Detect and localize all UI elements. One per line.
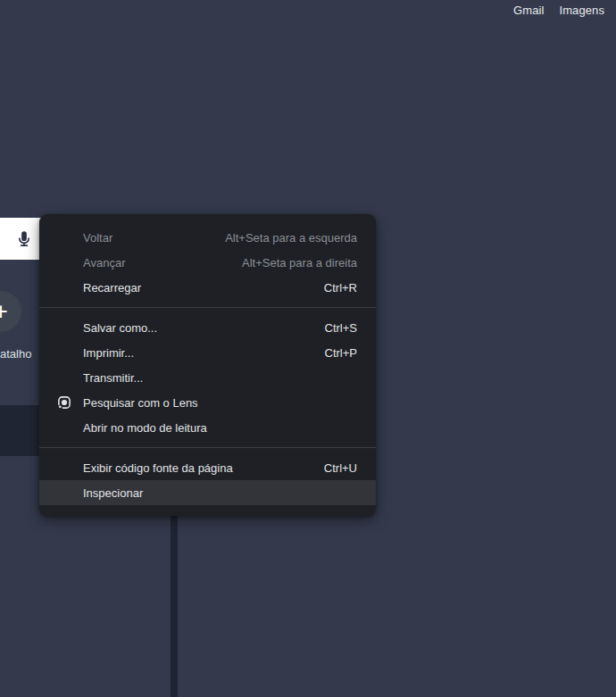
menu-item-cast[interactable]: Transmitir... bbox=[39, 365, 376, 390]
header-links: Gmail Imagens bbox=[513, 4, 604, 17]
context-menu: Voltar Alt+Seta para a esquerda Avançar … bbox=[39, 214, 376, 516]
menu-item-inspect[interactable]: Inspecionar bbox=[39, 480, 376, 505]
menu-item-reload[interactable]: Recarregar Ctrl+R bbox=[39, 275, 376, 300]
gmail-link[interactable]: Gmail bbox=[513, 4, 544, 17]
menu-item-shortcut: Alt+Seta para a direita bbox=[242, 256, 357, 270]
menu-item-label: Pesquisar com o Lens bbox=[83, 396, 357, 410]
page-vertical-divider bbox=[171, 512, 178, 697]
shortcut-label-fragment: atalho bbox=[0, 347, 31, 361]
page-dark-band bbox=[0, 405, 39, 456]
microphone-icon[interactable] bbox=[14, 229, 34, 249]
menu-separator bbox=[39, 447, 376, 448]
menu-item-print[interactable]: Imprimir... Ctrl+P bbox=[39, 340, 376, 365]
menu-item-shortcut: Ctrl+U bbox=[324, 461, 357, 475]
lens-icon bbox=[57, 395, 71, 410]
plus-icon: + bbox=[0, 300, 8, 324]
menu-item-label: Avançar bbox=[83, 256, 242, 270]
menu-item-search-with-lens[interactable]: Pesquisar com o Lens bbox=[39, 390, 376, 415]
menu-item-label: Imprimir... bbox=[83, 346, 325, 360]
menu-item-save-as[interactable]: Salvar como... Ctrl+S bbox=[39, 315, 376, 340]
menu-item-reader-mode[interactable]: Abrir no modo de leitura bbox=[39, 415, 376, 440]
menu-item-view-page-source[interactable]: Exibir código fonte da página Ctrl+U bbox=[39, 455, 376, 480]
menu-item-label: Recarregar bbox=[83, 281, 324, 295]
menu-item-label: Salvar como... bbox=[83, 321, 325, 335]
menu-item-back: Voltar Alt+Seta para a esquerda bbox=[39, 225, 376, 250]
search-bar-fragment[interactable] bbox=[0, 218, 41, 260]
menu-item-shortcut: Ctrl+P bbox=[325, 346, 357, 360]
menu-item-shortcut: Ctrl+S bbox=[325, 321, 357, 335]
menu-separator bbox=[39, 307, 376, 308]
menu-item-label: Inspecionar bbox=[83, 486, 357, 500]
images-link[interactable]: Imagens bbox=[559, 4, 604, 17]
menu-item-shortcut: Ctrl+R bbox=[324, 281, 357, 295]
menu-item-label: Transmitir... bbox=[83, 371, 357, 385]
menu-item-label: Exibir código fonte da página bbox=[83, 461, 324, 475]
menu-item-shortcut: Alt+Seta para a esquerda bbox=[225, 231, 357, 245]
add-shortcut-button[interactable]: + bbox=[0, 291, 21, 332]
menu-item-label: Abrir no modo de leitura bbox=[83, 421, 357, 435]
menu-item-forward: Avançar Alt+Seta para a direita bbox=[39, 250, 376, 275]
menu-item-label: Voltar bbox=[83, 231, 225, 245]
